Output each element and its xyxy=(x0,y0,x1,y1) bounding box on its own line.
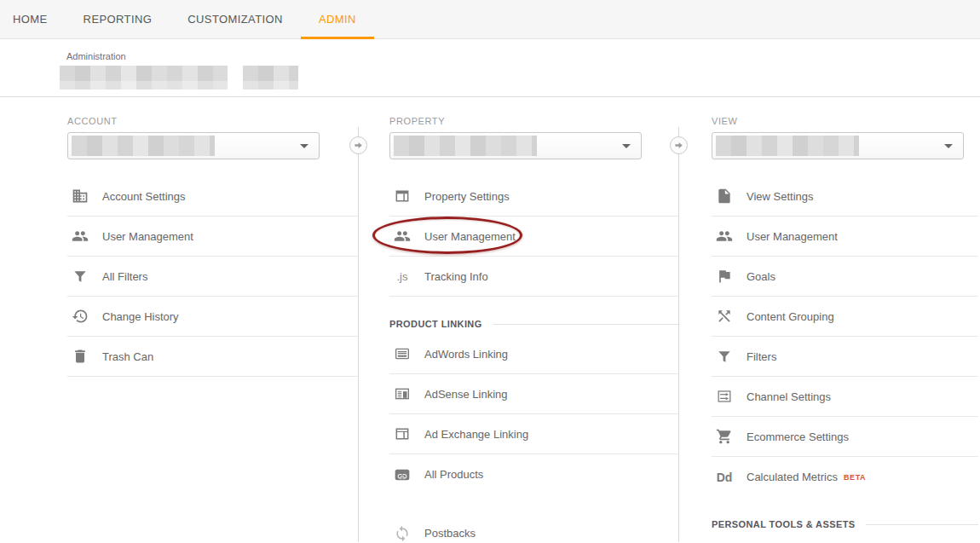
menu-item-channel-settings[interactable]: Channel Settings xyxy=(712,377,978,417)
menu-item-label: View Settings xyxy=(747,190,814,203)
users-icon xyxy=(392,228,412,245)
flag-icon xyxy=(714,268,735,285)
menu-item-label: All Products xyxy=(424,468,483,481)
menu-item-label: User Management xyxy=(102,230,193,243)
filter-icon xyxy=(70,268,90,285)
menu-item-label: AdWords Linking xyxy=(424,348,508,361)
view-column-label: VIEW xyxy=(712,116,978,126)
menu-item-all-filters[interactable]: All Filters xyxy=(67,257,358,297)
property-menu-list: AdWords LinkingAdSense LinkingAd Exchang… xyxy=(389,334,678,542)
dd-icon: Dd xyxy=(714,471,735,484)
redacted-text-block xyxy=(243,66,298,90)
cart-icon xyxy=(714,428,735,445)
trash-icon xyxy=(70,348,90,365)
property-selector-dropdown[interactable] xyxy=(389,132,642,159)
menu-item-tracking-info[interactable]: .jsTracking Info xyxy=(389,257,678,297)
nav-tab-reporting[interactable]: REPORTING xyxy=(66,0,170,38)
menu-item-label: Trash Can xyxy=(102,350,153,363)
top-nav: HOMEREPORTINGCUSTOMIZATIONADMIN xyxy=(0,0,980,39)
chevron-down-icon xyxy=(622,144,631,148)
adexchange-icon xyxy=(392,425,412,442)
menu-item-label: Postbacks xyxy=(424,527,476,540)
nav-tab-admin[interactable]: ADMIN xyxy=(301,0,374,38)
redacted-selector-value xyxy=(72,136,215,156)
menu-item-adsense-linking[interactable]: AdSense Linking xyxy=(389,374,678,414)
chevron-down-icon xyxy=(944,144,953,148)
adsense-icon xyxy=(392,385,412,402)
channel-icon xyxy=(714,388,735,405)
menu-item-adwords-linking[interactable]: AdWords Linking xyxy=(389,334,678,374)
building-icon xyxy=(70,188,90,205)
nav-tab-home[interactable]: HOME xyxy=(0,0,66,38)
menu-item-label: Tracking Info xyxy=(424,270,488,283)
redacted-account-name xyxy=(60,66,980,90)
menu-item-label: User Management xyxy=(747,230,838,243)
property-menu-list: Property SettingsUser Management.jsTrack… xyxy=(389,176,678,297)
content-grouping-icon xyxy=(714,308,735,325)
menu-item-account-settings[interactable]: Account Settings xyxy=(67,176,358,217)
users-icon xyxy=(70,228,90,245)
chevron-down-icon xyxy=(300,144,308,148)
property-column: PROPERTYProperty SettingsUser Management… xyxy=(389,97,678,542)
menu-item-label: All Filters xyxy=(102,270,147,283)
menu-item-label: Ecommerce Settings xyxy=(747,430,849,443)
menu-item-filters[interactable]: Filters xyxy=(712,337,978,377)
right-arrow-icon xyxy=(674,141,683,150)
link-icon xyxy=(392,466,412,483)
menu-item-trash-can[interactable]: Trash Can xyxy=(67,337,358,377)
section-header-personal-tools-assets: PERSONAL TOOLS & ASSETS xyxy=(712,519,978,529)
account-column: ACCOUNTAccount SettingsUser ManagementAl… xyxy=(67,97,358,542)
view-selector-dropdown[interactable] xyxy=(712,132,964,159)
menu-item-label: Channel Settings xyxy=(747,390,831,403)
account-column-label: ACCOUNT xyxy=(67,116,358,126)
menu-item-view-settings[interactable]: View Settings xyxy=(712,176,978,217)
menu-item-label: Account Settings xyxy=(102,190,186,203)
menu-item-label: Content Grouping xyxy=(747,310,834,323)
adwords-icon xyxy=(392,345,412,362)
column-divider xyxy=(358,127,359,542)
menu-item-label: Change History xyxy=(102,310,179,323)
view-column: VIEWView SettingsUser ManagementGoalsCon… xyxy=(712,97,978,542)
beta-badge: BETA xyxy=(844,473,866,482)
menu-item-change-history[interactable]: Change History xyxy=(67,297,358,337)
top-nav-tabs: HOMEREPORTINGCUSTOMIZATIONADMIN xyxy=(0,0,374,38)
menu-item-label: Goals xyxy=(747,270,775,283)
property-column-label: PROPERTY xyxy=(389,116,678,126)
column-divider xyxy=(678,127,679,542)
menu-item-calculated-metrics[interactable]: DdCalculated MetricsBETA xyxy=(712,457,978,497)
menu-item-ecommerce-settings[interactable]: Ecommerce Settings xyxy=(712,417,978,457)
redacted-text-block xyxy=(60,66,228,90)
sync-icon xyxy=(392,525,412,542)
column-advance-arrow-button[interactable] xyxy=(349,136,367,154)
right-arrow-icon xyxy=(354,141,363,150)
menu-item-label: Ad Exchange Linking xyxy=(424,428,528,441)
account-selector-dropdown[interactable] xyxy=(67,132,320,159)
menu-item-content-grouping[interactable]: Content Grouping xyxy=(712,297,978,337)
menu-item-goals[interactable]: Goals xyxy=(712,257,978,297)
account-menu-list: Account SettingsUser ManagementAll Filte… xyxy=(67,176,358,377)
menu-item-user-management[interactable]: User Management xyxy=(67,217,358,257)
redacted-selector-value xyxy=(716,136,859,156)
menu-item-label: Property Settings xyxy=(424,190,510,203)
redacted-selector-value xyxy=(394,136,537,156)
section-header-product-linking: PRODUCT LINKING xyxy=(389,319,678,329)
admin-content: ACCOUNTAccount SettingsUser ManagementAl… xyxy=(0,97,980,542)
menu-item-postbacks[interactable]: Postbacks xyxy=(389,513,678,542)
menu-item-user-management[interactable]: User Management xyxy=(389,217,678,257)
menu-item-label: Filters xyxy=(747,350,776,363)
menu-item-ad-exchange-linking[interactable]: Ad Exchange Linking xyxy=(389,414,678,454)
breadcrumb: Administration xyxy=(66,51,980,61)
layout-icon xyxy=(392,188,412,205)
menu-item-property-settings[interactable]: Property Settings xyxy=(389,176,678,217)
page-icon xyxy=(714,188,735,205)
nav-tab-customization[interactable]: CUSTOMIZATION xyxy=(170,0,301,38)
menu-item-label: AdSense Linking xyxy=(424,388,508,401)
filter-icon xyxy=(714,348,735,365)
menu-item-all-products[interactable]: All Products xyxy=(389,454,678,494)
page-header: Administration xyxy=(0,39,980,97)
js-icon: .js xyxy=(392,270,412,283)
menu-item-user-management[interactable]: User Management xyxy=(712,217,978,257)
history-icon xyxy=(70,308,90,325)
column-advance-arrow-button[interactable] xyxy=(670,136,688,154)
menu-item-label: Calculated Metrics xyxy=(747,471,838,483)
